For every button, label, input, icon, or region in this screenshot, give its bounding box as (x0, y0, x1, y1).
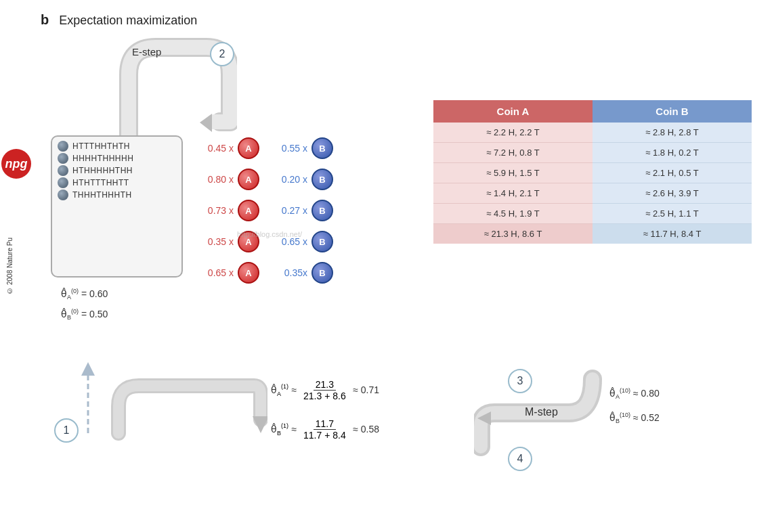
table-row-2: ≈ 7.2 H, 0.8 T ≈ 1.8 H, 0.2 T (433, 143, 752, 163)
seq-dot-1 (58, 141, 68, 152)
table-row-3: ≈ 5.9 H, 1.5 T ≈ 2.1 H, 0.5 T (433, 163, 752, 183)
seq-text-1: HTTTHHTHTH (72, 141, 130, 151)
coin-b-1: B (311, 137, 333, 159)
formula-theta-a: θ̂A(1) ≈ 21.3 21.3 + 8.6 ≈ 0.71 (271, 379, 379, 401)
npg-logo: npg (1, 149, 31, 179)
coin-a-2: A (238, 169, 259, 190)
coin-icon-a-2: A (238, 169, 259, 190)
formula-b-den: 11.7 + 8.4 (301, 430, 348, 441)
prob-row-3: 0.73 x A 0.27 x B (196, 198, 420, 223)
theta-a-final: θ̂A(10) ≈ 0.80 (609, 387, 660, 400)
coin-icon-b-1: B (311, 137, 333, 159)
table-row-total: ≈ 21.3 H, 8.6 T ≈ 11.7 H, 8.4 T (433, 224, 752, 244)
coin-icon-a-1: A (238, 137, 259, 159)
formula-theta-b: θ̂B(1) ≈ 11.7 11.7 + 8.4 ≈ 0.58 (271, 418, 379, 441)
prob-b-1: 0.55 x (270, 143, 307, 154)
main-container: © 2008 Nature Pu npg b Expectation maxim… (0, 0, 774, 532)
td-total-a: ≈ 21.3 H, 8.6 T (433, 224, 593, 244)
page-title: b Expectation maximization (41, 12, 197, 28)
svg-marker-3 (81, 362, 95, 376)
seq-row-2: HHHHTHHHHH (58, 153, 176, 164)
npg-text: npg (5, 157, 28, 171)
header-coin-a: Coin A (433, 100, 593, 123)
coin-b-3: B (311, 200, 333, 221)
td-a-4: ≈ 1.4 H, 2.1 T (433, 183, 593, 204)
title-b: b (41, 12, 49, 27)
prob-row-2: 0.80 x A 0.20 x B (196, 167, 420, 192)
prob-row-5: 0.65 x A 0.35x B (196, 260, 420, 286)
seq-text-5: THHHTHHHTH (72, 190, 132, 200)
coin-b-4: B (311, 231, 333, 252)
prob-container: 0.45 x A 0.55 x B 0.80 x A 0.20 x B 0.73… (196, 135, 420, 291)
prob-b-5: 0.35x (270, 267, 307, 278)
formula-a-den: 21.3 + 8.6 (301, 391, 348, 401)
step-4-circle: 4 (508, 447, 532, 471)
table-row-5: ≈ 4.5 H, 1.9 T ≈ 2.5 H, 1.1 T (433, 204, 752, 224)
coin-icon-a-5: A (238, 262, 259, 284)
title-main: Expectation maximization (59, 14, 197, 27)
data-table: Coin A Coin B ≈ 2.2 H, 2.2 T ≈ 2.8 H, 2.… (433, 100, 752, 244)
td-a-1: ≈ 2.2 H, 2.2 T (433, 123, 593, 143)
td-a-3: ≈ 5.9 H, 1.5 T (433, 163, 593, 183)
td-total-b: ≈ 11.7 H, 8.4 T (593, 224, 752, 244)
coin-icon-b-5: B (311, 262, 333, 284)
step-3-circle: 3 (508, 369, 532, 393)
td-b-1: ≈ 2.8 H, 2.8 T (593, 123, 752, 143)
prob-b-2: 0.20 x (270, 174, 307, 185)
results-table: Coin A Coin B ≈ 2.2 H, 2.2 T ≈ 2.8 H, 2.… (433, 100, 752, 244)
prob-row-1: 0.45 x A 0.55 x B (196, 135, 420, 161)
mstep-label: M-step (525, 406, 558, 418)
formula-b-num: 11.7 (314, 418, 336, 430)
theta-a-initial: θ̂A(0) = 0.60 (61, 288, 108, 301)
td-b-3: ≈ 2.1 H, 0.5 T (593, 163, 752, 183)
td-b-5: ≈ 2.5 H, 1.1 T (593, 204, 752, 224)
coin-b-5: B (311, 262, 333, 284)
seq-dot-2 (58, 153, 68, 164)
prob-a-5: 0.65 x (196, 267, 234, 278)
prob-a-4: 0.35 x (196, 236, 234, 247)
step-1-circle: 1 (54, 418, 79, 443)
estep-label: E-step (132, 46, 161, 58)
seq-dot-5 (58, 190, 68, 200)
prob-row-4: 0.35 x A 0.65 x B (196, 229, 420, 254)
sequences-box: HTTTHHTHTH HHHHTHHHHH HTHHHHHTHH HTHTTTH… (51, 135, 183, 278)
side-copyright: © 2008 Nature Pu (0, 0, 19, 532)
theta-b-initial: θ̂B(0) = 0.50 (61, 308, 108, 321)
coin-a-1: A (238, 137, 259, 159)
seq-row-1: HTTTHHTHTH (58, 141, 176, 152)
seq-row-3: HTHHHHHTHH (58, 165, 176, 176)
theta-b-final: θ̂B(10) ≈ 0.52 (609, 412, 660, 424)
table-row-4: ≈ 1.4 H, 2.1 T ≈ 2.6 H, 3.9 T (433, 183, 752, 204)
formula-b-result: ≈ 0.58 (353, 424, 379, 435)
formula-a-result: ≈ 0.71 (353, 384, 379, 395)
watermark: http://blog.csdn.net/ (237, 230, 302, 238)
copyright-text: © 2008 Nature Pu (6, 238, 14, 294)
td-b-4: ≈ 2.6 H, 3.9 T (593, 183, 752, 204)
coin-icon-b-2: B (311, 169, 333, 190)
coin-b-2: B (311, 169, 333, 190)
table-header-row: Coin A Coin B (433, 100, 752, 123)
prob-a-3: 0.73 x (196, 205, 234, 216)
td-a-5: ≈ 4.5 H, 1.9 T (433, 204, 593, 224)
coin-a-3: A (238, 200, 259, 221)
prob-a-1: 0.45 x (196, 143, 234, 154)
coin-icon-b-3: B (311, 200, 333, 221)
coin-icon-a-3: A (238, 200, 259, 221)
formula-a-num: 21.3 (314, 379, 336, 391)
coin-a-5: A (238, 262, 259, 284)
header-coin-b: Coin B (593, 100, 752, 123)
coin-icon-b-4: B (311, 231, 333, 252)
td-b-2: ≈ 1.8 H, 0.2 T (593, 143, 752, 163)
svg-marker-1 (200, 114, 212, 132)
step-2-circle: 2 (210, 42, 234, 66)
seq-dot-3 (58, 165, 68, 176)
seq-dot-4 (58, 177, 68, 188)
seq-text-2: HHHHTHHHHH (72, 154, 133, 163)
seq-row-4: HTHTTTHHTT (58, 177, 176, 188)
td-a-2: ≈ 7.2 H, 0.8 T (433, 143, 593, 163)
table-row-1: ≈ 2.2 H, 2.2 T ≈ 2.8 H, 2.8 T (433, 123, 752, 143)
prob-b-3: 0.27 x (270, 205, 307, 216)
seq-text-3: HTHHHHHTHH (72, 166, 133, 175)
seq-row-5: THHHTHHHTH (58, 190, 176, 200)
prob-a-2: 0.80 x (196, 174, 234, 185)
